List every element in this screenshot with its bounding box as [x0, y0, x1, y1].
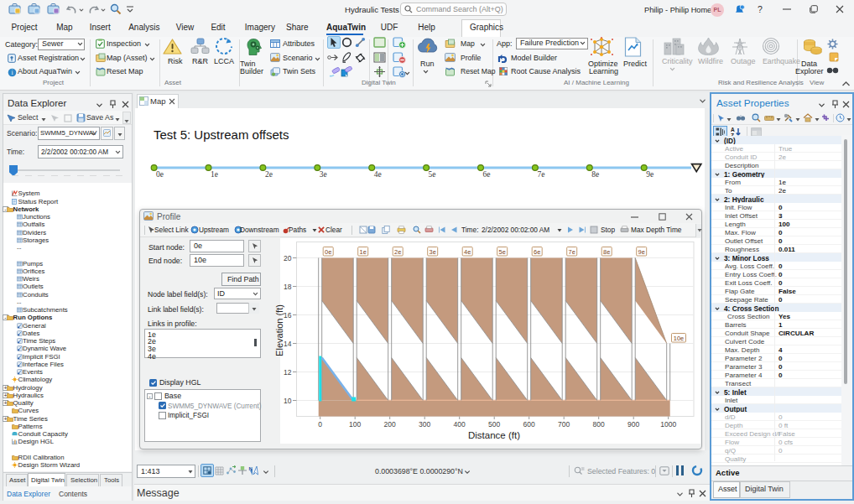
svg-text:12: 12 [284, 368, 292, 377]
svg-text:400: 400 [454, 420, 466, 429]
svg-text:2e: 2e [265, 170, 273, 179]
svg-text:9e: 9e [638, 248, 645, 256]
svg-text:5e: 5e [499, 248, 506, 256]
svg-text:200: 200 [384, 420, 396, 429]
svg-text:6e: 6e [483, 170, 491, 179]
svg-text:3e: 3e [430, 248, 436, 256]
svg-text:100: 100 [349, 420, 361, 429]
svg-text:Distance (ft): Distance (ft) [468, 430, 520, 440]
svg-text:700: 700 [558, 420, 570, 429]
svg-text:8e: 8e [603, 248, 610, 256]
svg-text:2e: 2e [394, 248, 401, 256]
svg-text:10: 10 [284, 397, 292, 405]
svg-text:Elevation (ft): Elevation (ft) [274, 304, 284, 356]
svg-text:8e: 8e [591, 170, 599, 179]
svg-text:0e: 0e [156, 170, 164, 179]
svg-text:20: 20 [284, 254, 292, 262]
svg-text:0: 0 [318, 420, 322, 429]
svg-text:6e: 6e [534, 248, 540, 256]
svg-text:300: 300 [419, 420, 430, 429]
svg-text:0e: 0e [325, 248, 331, 256]
svg-text:1000: 1000 [660, 420, 676, 429]
svg-text:10e: 10e [674, 335, 684, 342]
svg-text:16: 16 [284, 311, 292, 320]
svg-text:3e: 3e [320, 170, 327, 179]
svg-text:5e: 5e [429, 170, 436, 179]
svg-text:N: N [249, 466, 253, 471]
svg-text:4e: 4e [374, 170, 382, 179]
svg-text:800: 800 [593, 420, 605, 429]
svg-text:7e: 7e [537, 170, 544, 179]
svg-text:4e: 4e [464, 248, 471, 256]
svg-text:1e: 1e [360, 248, 367, 256]
svg-text:9e: 9e [646, 170, 654, 179]
svg-text:18: 18 [284, 283, 292, 291]
svg-text:14: 14 [284, 340, 292, 348]
svg-text:500: 500 [488, 420, 500, 429]
svg-text:i: i [11, 69, 13, 76]
svg-text:1e: 1e [211, 170, 218, 179]
svg-text:600: 600 [523, 420, 535, 429]
svg-text:900: 900 [627, 420, 639, 429]
svg-text:7e: 7e [569, 248, 575, 256]
